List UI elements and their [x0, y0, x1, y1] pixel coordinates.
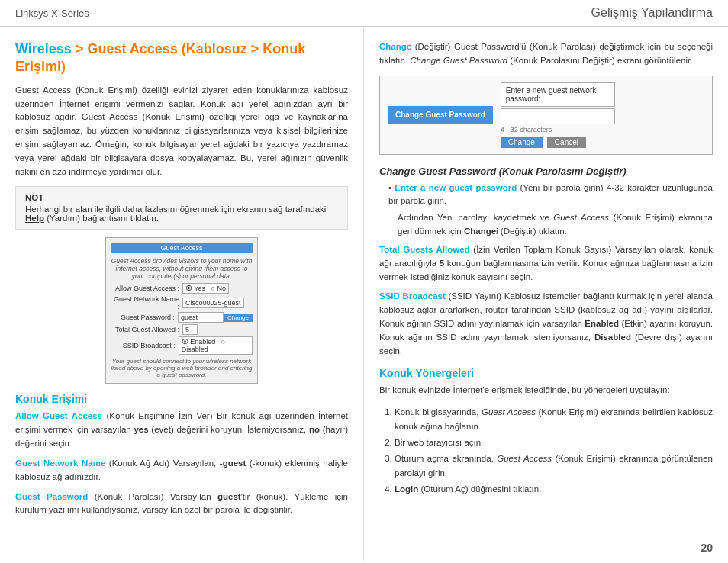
page-number: 20	[701, 542, 713, 554]
tip-item-2: Bir web tarayıcısı açın.	[395, 436, 713, 449]
header-left-title: Linksys X-Series	[15, 8, 89, 19]
change-pwd-btn-row: Change Cancel	[501, 137, 615, 148]
screenshot-row-total: Total Guest Allowed : 5	[111, 324, 253, 335]
change-pwd-box-label: Change Guest Password	[388, 106, 493, 124]
main-content: Wireless > Guest Access (Kablosuz > Konu…	[0, 27, 728, 561]
screenshot-title: Guest Access	[111, 243, 253, 253]
screenshot-row-password: Guest Password : guest Change	[111, 312, 253, 323]
change-pwd-box-field-label: Enter a new guest network password:	[501, 82, 615, 107]
tips-intro: Bir konuk evinizde İnternet'e erişmek is…	[379, 384, 713, 397]
screenshot-row-network: Guest Network Name : Cisco00025-guest	[111, 295, 253, 310]
change-pwd-change-btn[interactable]: Change	[501, 137, 543, 148]
section-konuk-heading: Konuk Erişimi	[15, 393, 348, 405]
screenshot-footer: Your guest should connect to your wirele…	[111, 358, 253, 378]
screenshot-row-allow: Allow Guest Access : ⦿ Yes ○ No	[111, 283, 253, 294]
change-intro-para: Change (Değiştir) Guest Password'ü (Konu…	[379, 40, 713, 68]
page-header: Linksys X-Series Gelişmiş Yapılandırma	[0, 0, 728, 27]
screenshot-change-btn[interactable]: Change	[224, 314, 253, 322]
tip-item-1: Konuk bilgisayarında, Guest Access (Konu…	[395, 405, 713, 433]
change-pwd-box-right: Enter a new guest network password: 4 - …	[501, 82, 615, 148]
tips-list: Konuk bilgisayarında, Guest Access (Konu…	[395, 405, 713, 496]
screenshot-image: Guest Access Guest Access provides visit…	[105, 237, 258, 384]
enter-pwd-sub: Ardından Yeni parolayı kaydetmek ve Gues…	[398, 211, 713, 239]
enter-pwd-term: Enter a new guest password	[395, 183, 517, 192]
left-column: Wireless > Guest Access (Kablosuz > Konu…	[0, 27, 364, 561]
tips-heading: Konuk Yönergeleri	[379, 367, 713, 379]
ssid-title: SSID Broadcast	[379, 291, 446, 301]
change-pwd-section-title: Change Guest Password (Konuk Parolasını …	[379, 166, 713, 177]
screenshot-row-ssid: SSID Broadcast : ⦿ Enabled ○ Disabled	[111, 336, 253, 355]
note-label: NOT	[25, 193, 338, 202]
right-column: Change (Değiştir) Guest Password'ü (Konu…	[364, 27, 728, 561]
tip-item-4: Login (Oturum Aç) düğmesini tıklatın.	[395, 482, 713, 496]
guest-pwd-title: Guest Password	[15, 492, 88, 501]
screenshot-desc: Guest Access provides visitors to your h…	[111, 257, 253, 280]
change-term: Change	[379, 42, 411, 51]
page-title: Wireless > Guest Access (Kablosuz > Konu…	[15, 40, 348, 76]
total-guests-title: Total Guests Allowed	[379, 245, 470, 254]
allow-guest-title: Allow Guest Access	[15, 411, 102, 420]
change-password-box: Change Guest Password Enter a new guest …	[379, 76, 713, 155]
note-text: Herhangi bir alan ile ilgili daha fazlas…	[25, 204, 326, 223]
enter-pwd-bullet-section: Enter a new guest password (Yeni bir par…	[379, 182, 713, 239]
change-pwd-input[interactable]	[501, 108, 615, 124]
title-wireless: Wireless	[15, 41, 72, 56]
allow-guest-para: Allow Guest Access (Konuk Erişimine İzin…	[15, 410, 348, 450]
change-pwd-cancel-btn[interactable]: Cancel	[547, 137, 586, 148]
change-intro-section: Change (Değiştir) Guest Password'ü (Konu…	[379, 40, 713, 155]
help-link[interactable]: Help	[25, 214, 44, 223]
network-name-title: Guest Network Name	[15, 458, 105, 468]
intro-paragraph: Guest Access (Konuk Erişimi) özelliği ev…	[15, 84, 348, 179]
header-right-title: Gelişmiş Yapılandırma	[591, 6, 713, 20]
network-name-para: Guest Network Name (Konuk Ağ Adı) Varsay…	[15, 457, 348, 484]
tip-item-3: Oturum açma ekranında, Guest Access (Kon…	[395, 452, 713, 480]
enter-pwd-bullet: Enter a new guest password (Yeni bir par…	[388, 182, 713, 209]
ssid-para: SSID Broadcast (SSID Yayını) Kablosuz is…	[379, 290, 713, 358]
change-pwd-hint: 4 - 32 characters	[501, 126, 615, 134]
note-box: NOT Herhangi bir alan ile ilgili daha fa…	[15, 186, 348, 230]
guest-pwd-para: Guest Password (Konuk Parolası) Varsayıl…	[15, 491, 348, 518]
total-guests-para: Total Guests Allowed (İzin Verilen Topla…	[379, 243, 713, 284]
